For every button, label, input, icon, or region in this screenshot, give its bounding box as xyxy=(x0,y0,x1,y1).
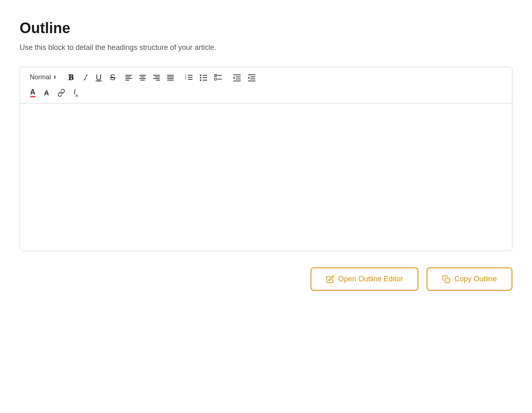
svg-rect-39 xyxy=(445,278,449,283)
toolbar-row-1: Normal ⬍ 𝐁 𝘐 U S xyxy=(27,71,505,83)
page-title: Outline xyxy=(20,20,512,37)
page-subtitle: Use this block to detail the headings st… xyxy=(20,43,512,52)
clear-format-button[interactable]: I✕ xyxy=(70,87,82,99)
action-button-row: Open Outline Editor Copy Outline xyxy=(20,267,512,291)
link-button[interactable] xyxy=(54,87,68,99)
edit-icon xyxy=(326,275,334,283)
align-group xyxy=(122,71,177,83)
unordered-list-icon xyxy=(199,73,208,81)
align-right-icon xyxy=(152,73,161,81)
ordered-list-button[interactable]: 1 2 xyxy=(182,71,196,83)
strikethrough-button[interactable]: S xyxy=(107,71,119,83)
underline-button[interactable]: U xyxy=(93,71,105,83)
task-list-button[interactable] xyxy=(211,71,225,83)
open-outline-editor-button[interactable]: Open Outline Editor xyxy=(311,267,418,291)
font-color-button[interactable]: A xyxy=(27,87,39,99)
svg-point-21 xyxy=(200,74,201,76)
copy-outline-button[interactable]: Copy Outline xyxy=(427,267,512,291)
indent-group xyxy=(230,71,259,83)
indent-decrease-icon xyxy=(232,73,241,81)
align-justify-icon xyxy=(166,73,174,81)
unordered-list-button[interactable] xyxy=(197,71,210,83)
font-color-icon: A xyxy=(30,88,36,97)
italic-icon: 𝘐 xyxy=(83,73,86,81)
align-center-button[interactable] xyxy=(136,71,149,83)
indent-increase-icon xyxy=(247,73,256,81)
svg-point-22 xyxy=(200,77,201,79)
copy-outline-label: Copy Outline xyxy=(454,275,497,283)
bold-button[interactable]: 𝐁 xyxy=(65,71,77,83)
format-dropdown[interactable]: Normal ⬍ xyxy=(27,72,60,83)
bold-icon: 𝐁 xyxy=(68,73,74,81)
align-justify-button[interactable] xyxy=(164,71,177,83)
toolbar: Normal ⬍ 𝐁 𝘐 U S xyxy=(20,67,512,103)
underline-icon: U xyxy=(96,73,101,81)
indent-decrease-button[interactable] xyxy=(230,71,244,83)
copy-icon xyxy=(442,275,450,283)
svg-text:1: 1 xyxy=(185,74,186,77)
toolbar-row-2: A A I✕ xyxy=(27,87,505,99)
format-label: Normal xyxy=(30,74,51,81)
editor-container: Normal ⬍ 𝐁 𝘐 U S xyxy=(20,67,512,251)
highlight-button[interactable]: A xyxy=(40,87,53,99)
align-left-icon xyxy=(125,73,133,81)
align-center-icon xyxy=(139,73,147,81)
editor-body[interactable] xyxy=(20,103,512,251)
highlight-icon: A xyxy=(44,90,49,97)
list-group: 1 2 xyxy=(182,71,225,83)
link-icon xyxy=(57,89,66,97)
align-left-button[interactable] xyxy=(122,71,135,83)
indent-increase-button[interactable] xyxy=(245,71,259,83)
clear-format-icon: I✕ xyxy=(74,88,78,97)
chevron-icon: ⬍ xyxy=(53,74,57,80)
svg-point-23 xyxy=(200,79,201,81)
italic-button[interactable]: 𝘐 xyxy=(79,71,91,83)
svg-rect-28 xyxy=(215,78,217,80)
svg-text:2: 2 xyxy=(185,77,186,80)
open-editor-label: Open Outline Editor xyxy=(338,275,403,283)
strikethrough-icon: S xyxy=(110,73,115,81)
task-list-icon xyxy=(214,73,223,81)
ordered-list-icon: 1 2 xyxy=(184,73,193,81)
align-right-button[interactable] xyxy=(150,71,163,83)
